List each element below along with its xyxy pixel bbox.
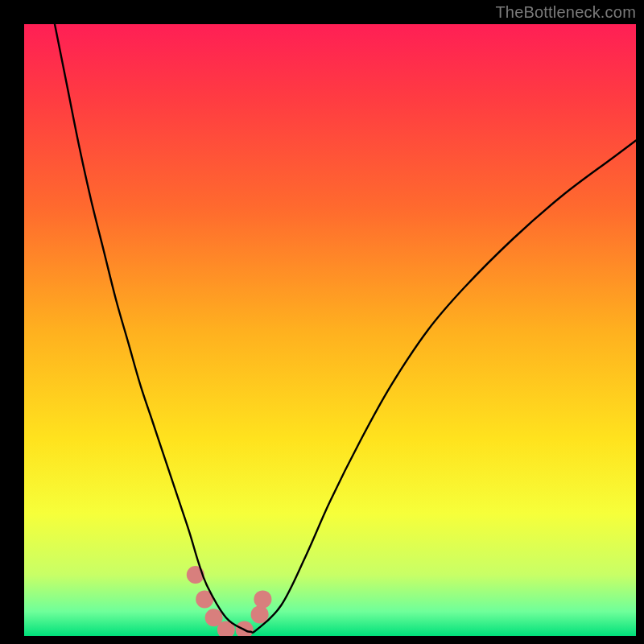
plot-svg [24, 24, 636, 636]
valley-marker [251, 605, 269, 623]
watermark-text: TheBottleneck.com [495, 3, 636, 22]
plot-area [24, 24, 636, 636]
chart-frame: TheBottleneck.com [0, 0, 644, 644]
gradient-background [24, 24, 636, 636]
valley-marker [254, 590, 271, 608]
